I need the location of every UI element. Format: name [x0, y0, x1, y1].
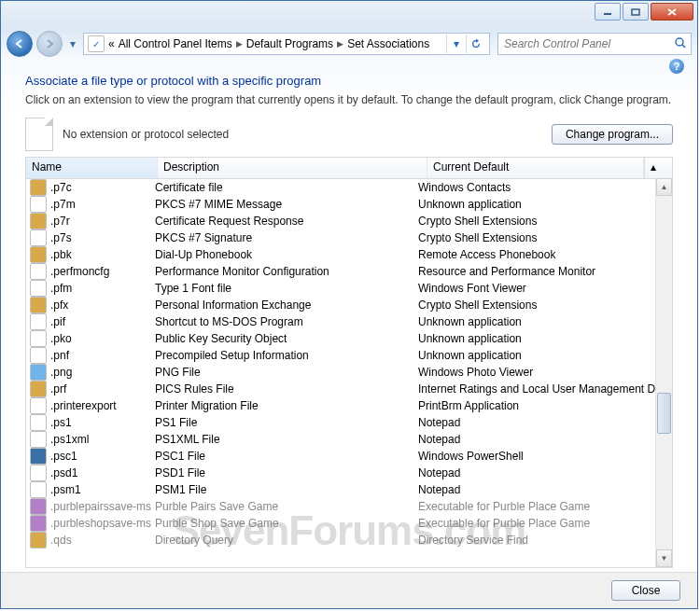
file-type-icon	[30, 431, 47, 448]
table-row[interactable]: .p7cCertificate fileWindows Contacts	[26, 179, 672, 196]
table-row[interactable]: .pnfPrecompiled Setup InformationUnknown…	[26, 347, 672, 364]
file-type-icon	[30, 246, 47, 263]
column-header-description[interactable]: Description	[158, 158, 427, 178]
nav-back-button[interactable]	[7, 31, 33, 57]
table-row[interactable]: .p7sPKCS #7 SignatureCrypto Shell Extens…	[26, 229, 672, 246]
extension-label: .pnf	[50, 349, 69, 362]
description-cell: Certificate Request Response	[155, 215, 418, 228]
file-type-icon	[30, 313, 47, 330]
nav-forward-button[interactable]	[36, 31, 63, 57]
default-cell: Unknown application	[418, 315, 672, 328]
table-row[interactable]: .pifShortcut to MS-DOS ProgramUnknown ap…	[26, 313, 672, 330]
file-type-icon	[30, 532, 47, 549]
breadcrumb-item[interactable]: Set Associations	[347, 37, 429, 50]
table-row[interactable]: .purblepairssave-msPurble Pairs Save Gam…	[26, 498, 672, 515]
file-type-icon	[30, 179, 47, 196]
table-row[interactable]: .purbleshopsave-msPurble Shop Save GameE…	[26, 515, 672, 532]
table-row[interactable]: .qdsDirectory QueryDirectory Service Fin…	[26, 532, 672, 549]
extension-label: .ps1	[50, 416, 72, 429]
table-row[interactable]: .ps1xmlPS1XML FileNotepad	[26, 431, 672, 448]
file-type-icon	[30, 465, 47, 481]
scroll-down-button[interactable]: ▼	[656, 549, 672, 567]
default-cell: Executable for Purble Place Game	[418, 500, 672, 513]
default-cell: Unknown application	[418, 332, 672, 345]
close-dialog-button[interactable]: Close	[611, 580, 680, 601]
nav-history-dropdown[interactable]: ▾	[66, 37, 79, 50]
search-input[interactable]	[502, 36, 674, 51]
extension-label: .pfx	[50, 299, 68, 312]
description-cell: Performance Monitor Configuration	[155, 265, 418, 278]
table-row[interactable]: .prfPICS Rules FileInternet Ratings and …	[26, 381, 672, 397]
refresh-button[interactable]	[466, 35, 485, 53]
extension-label: .png	[50, 366, 72, 379]
extension-label: .pif	[50, 315, 65, 328]
table-row[interactable]: .psd1PSD1 FileNotepad	[26, 465, 672, 481]
default-cell: Directory Service Find	[418, 534, 672, 547]
default-cell: Windows PowerShell	[418, 450, 672, 463]
file-type-icon	[30, 263, 47, 280]
default-cell: Unknown application	[418, 349, 672, 362]
selection-text: No extension or protocol selected	[63, 128, 552, 141]
scroll-thumb[interactable]	[657, 393, 671, 434]
close-button[interactable]	[651, 3, 693, 21]
description-cell: Printer Migration File	[155, 399, 418, 412]
column-header-name[interactable]: Name	[26, 158, 158, 178]
file-type-icon	[30, 297, 47, 313]
footer: Close	[1, 572, 697, 608]
breadcrumb-item[interactable]: Default Programs	[246, 37, 333, 50]
default-cell: Notepad	[418, 466, 672, 479]
description-cell: Precompiled Setup Information	[155, 349, 418, 362]
extension-label: .pfm	[50, 282, 72, 295]
file-type-icon	[30, 414, 47, 431]
selection-row: No extension or protocol selected Change…	[25, 118, 673, 151]
maximize-button[interactable]	[623, 3, 649, 21]
breadcrumb-dropdown[interactable]: ▾	[446, 35, 466, 53]
change-program-button[interactable]: Change program...	[552, 124, 673, 145]
default-cell: Crypto Shell Extensions	[418, 299, 672, 312]
help-icon[interactable]: ?	[669, 59, 684, 74]
description-cell: Dial-Up Phonebook	[155, 248, 418, 261]
table-row[interactable]: .perfmoncfgPerformance Monitor Configura…	[26, 263, 672, 280]
file-type-icon	[30, 364, 47, 381]
file-type-icon	[30, 229, 47, 246]
breadcrumb-prefix: «	[108, 37, 115, 50]
table-row[interactable]: .pbkDial-Up PhonebookRemote Access Phone…	[26, 246, 672, 263]
description-cell: PSM1 File	[155, 483, 418, 496]
description-cell: Purble Pairs Save Game	[155, 500, 418, 513]
scroll-up-button[interactable]: ▲	[656, 178, 672, 196]
table-row[interactable]: .p7rCertificate Request ResponseCrypto S…	[26, 213, 672, 229]
table-row[interactable]: .printerexportPrinter Migration FilePrin…	[26, 397, 672, 414]
table-body: .p7cCertificate fileWindows Contacts.p7m…	[26, 179, 672, 567]
page-heading: Associate a file type or protocol with a…	[25, 74, 673, 88]
table-row[interactable]: .psc1PSC1 FileWindows PowerShell	[26, 448, 672, 465]
table-row[interactable]: .pfxPersonal Information ExchangeCrypto …	[26, 297, 672, 313]
default-cell: Resource and Performance Monitor	[418, 265, 672, 278]
title-bar	[1, 1, 697, 29]
default-cell: Windows Photo Viewer	[418, 366, 672, 379]
table-row[interactable]: .pfmType 1 Font fileWindows Font Viewer	[26, 280, 672, 297]
svg-rect-0	[604, 13, 611, 15]
table-row[interactable]: .pngPNG FileWindows Photo Viewer	[26, 364, 672, 381]
default-cell: Windows Font Viewer	[418, 282, 672, 295]
file-type-icon	[30, 381, 47, 397]
column-header-scroll: ▴	[644, 158, 672, 178]
minimize-button[interactable]	[595, 3, 621, 21]
file-type-icon	[30, 397, 47, 414]
search-box[interactable]	[497, 33, 692, 55]
chevron-right-icon: ▶	[232, 39, 246, 49]
default-cell: PrintBrm Application	[418, 399, 672, 412]
breadcrumb[interactable]: ✓ « All Control Panel Items ▶ Default Pr…	[83, 33, 490, 55]
table-row[interactable]: .psm1PSM1 FileNotepad	[26, 481, 672, 498]
table-row[interactable]: .p7mPKCS #7 MIME MessageUnknown applicat…	[26, 196, 672, 213]
file-type-icon	[30, 347, 47, 364]
breadcrumb-item[interactable]: All Control Panel Items	[119, 37, 232, 50]
column-header-default[interactable]: Current Default	[427, 158, 644, 178]
default-cell: Notepad	[418, 483, 672, 496]
default-cell: Notepad	[418, 433, 672, 446]
table-row[interactable]: .ps1PS1 FileNotepad	[26, 414, 672, 431]
extension-label: .prf	[50, 382, 66, 396]
table-row[interactable]: .pkoPublic Key Security ObjectUnknown ap…	[26, 330, 672, 347]
scrollbar[interactable]: ▲ ▼	[655, 178, 672, 567]
content-area: Associate a file type or protocol with a…	[1, 59, 697, 572]
description-cell: PS1 File	[155, 416, 418, 429]
